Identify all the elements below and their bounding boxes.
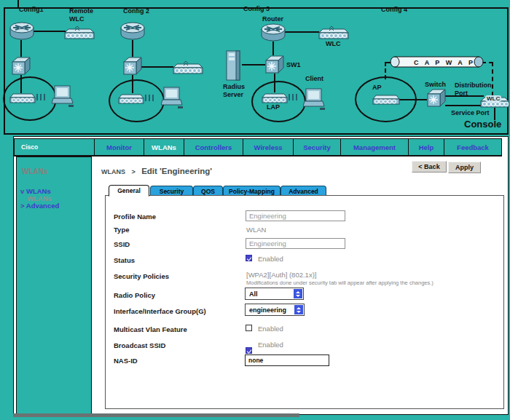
wlc-web-ui: Cisco Monitor WLANs Controllers Wireless… bbox=[13, 136, 509, 415]
tab-policy-mapping[interactable]: Policy-Mapping bbox=[223, 186, 280, 196]
link-line bbox=[141, 66, 173, 68]
wlc4-label: WLC bbox=[485, 95, 501, 102]
breadcrumb-section: WLANS bbox=[101, 168, 125, 175]
ssid-input[interactable]: Engineering bbox=[246, 238, 345, 249]
service-port-line bbox=[445, 105, 482, 106]
security-policies-note: Modifications done under security tab wi… bbox=[246, 280, 434, 286]
radius-server-label: Radius Server bbox=[223, 83, 245, 99]
ssid-label: SSID bbox=[114, 240, 130, 248]
console-label: Console bbox=[464, 119, 501, 130]
link-line bbox=[20, 40, 22, 57]
client-laptop-icon[interactable] bbox=[303, 88, 326, 111]
nav-management[interactable]: Management bbox=[341, 139, 409, 155]
config2-label: Config 2 bbox=[123, 7, 149, 15]
multicast-vlan-label: Multicast Vlan Feature bbox=[114, 325, 187, 333]
wireless-signal bbox=[145, 95, 156, 101]
broadcast-ssid-checkbox[interactable] bbox=[246, 347, 252, 354]
wlc-icon[interactable] bbox=[173, 61, 203, 74]
nav-wireless[interactable]: Wireless bbox=[243, 139, 294, 155]
capwap-label: C A P W A P bbox=[414, 59, 475, 66]
wlc-icon[interactable] bbox=[64, 26, 95, 39]
switch-icon[interactable] bbox=[11, 56, 31, 76]
screen: { "topology": { "config1": "Config1", "r… bbox=[0, 0, 510, 420]
access-point-icon[interactable] bbox=[9, 92, 36, 103]
client-label: Client bbox=[305, 75, 323, 83]
config3-label: Config 3 bbox=[243, 5, 270, 13]
type-label: Type bbox=[114, 226, 129, 234]
radius-server-icon[interactable] bbox=[224, 50, 243, 82]
radio-policy-label: Radio Policy bbox=[114, 291, 155, 299]
status-checkbox[interactable] bbox=[246, 255, 252, 261]
security-policies-label: Security Policies bbox=[114, 272, 169, 280]
router-icon[interactable] bbox=[9, 21, 35, 41]
status-enabled-text: Enabled bbox=[258, 255, 283, 263]
lap-icon[interactable] bbox=[262, 92, 288, 103]
security-policies-value: [WPA2][Auth] (802.1x)] bbox=[246, 271, 316, 279]
wlc-icon[interactable] bbox=[318, 26, 349, 39]
link-line bbox=[34, 31, 66, 32]
breadcrumb-separator: > bbox=[128, 168, 138, 175]
nas-id-input[interactable]: none bbox=[245, 354, 329, 366]
capwap-dashed-link bbox=[492, 62, 493, 96]
switch-icon[interactable] bbox=[122, 56, 142, 76]
select-stepper-icon bbox=[294, 289, 302, 298]
multicast-vlan-checkbox[interactable] bbox=[246, 325, 252, 331]
nav-help[interactable]: Help bbox=[409, 139, 444, 155]
select-stepper-icon bbox=[294, 305, 303, 314]
multicast-enabled-text: Enabled bbox=[258, 325, 283, 333]
config4-label: Config 4 bbox=[381, 6, 407, 14]
distribution-port-line bbox=[445, 95, 484, 97]
wireless-signal bbox=[289, 94, 299, 100]
link-line bbox=[285, 31, 319, 33]
ap-icon[interactable] bbox=[372, 93, 400, 105]
link-line bbox=[272, 41, 274, 55]
back-button[interactable]: < Back bbox=[412, 161, 447, 173]
nav-monitor[interactable]: Monitor bbox=[95, 139, 144, 155]
page-title: Edit 'Engineering' bbox=[141, 167, 212, 175]
breadcrumb: WLANS > Edit 'Engineering' bbox=[101, 164, 212, 177]
nav-wlans[interactable]: WLANs bbox=[144, 139, 184, 155]
link-line bbox=[132, 40, 133, 57]
nas-id-label: NAS-ID bbox=[114, 357, 138, 365]
config1-label: Config1 bbox=[19, 6, 44, 14]
router-icon[interactable] bbox=[119, 21, 146, 41]
switch-icon[interactable] bbox=[426, 88, 446, 108]
wlc3-label: WLC bbox=[326, 40, 341, 48]
tab-qos[interactable]: QOS bbox=[193, 186, 223, 196]
expand-caret-icon: v bbox=[20, 187, 24, 195]
nav-feedback[interactable]: Feedback bbox=[444, 139, 501, 155]
nav-security[interactable]: Security bbox=[294, 139, 341, 155]
interface-group-label: Interface/Interface Group(G) bbox=[114, 307, 206, 315]
router-icon[interactable] bbox=[260, 23, 286, 43]
general-tab-panel bbox=[105, 195, 504, 409]
top-nav: Cisco Monitor WLANs Controllers Wireless… bbox=[14, 138, 502, 156]
sidebar-item-advanced[interactable]: > Advanced bbox=[20, 202, 91, 210]
sw1-label: SW1 bbox=[286, 61, 301, 69]
switch-icon[interactable] bbox=[264, 55, 284, 74]
sidebar: WLANs v WLANs WLANs > Advanced bbox=[16, 156, 92, 414]
nav-controllers[interactable]: Controllers bbox=[184, 139, 243, 155]
status-label: Status bbox=[114, 256, 135, 264]
console-line bbox=[494, 108, 495, 120]
tab-general[interactable]: General bbox=[109, 185, 149, 197]
profile-name-input[interactable]: Engineering bbox=[246, 210, 345, 221]
profile-name-label: Profile Name bbox=[114, 213, 156, 221]
broadcast-ssid-label: Broadcast SSID bbox=[114, 341, 165, 349]
laptop-icon[interactable] bbox=[161, 87, 184, 110]
tab-advanced[interactable]: Advanced bbox=[280, 186, 326, 196]
broadcast-enabled-text: Enabled bbox=[258, 341, 283, 349]
collapsed-caret-icon: > bbox=[20, 202, 25, 210]
access-point-icon[interactable] bbox=[118, 92, 144, 104]
horizontal-scrollbar[interactable] bbox=[13, 413, 299, 417]
tab-security[interactable]: Security bbox=[150, 186, 193, 196]
sidebar-title: WLANs bbox=[22, 167, 91, 175]
wireless-signal bbox=[36, 94, 47, 100]
remote-wlc-label: Remote WLC bbox=[69, 7, 93, 23]
laptop-icon[interactable] bbox=[52, 85, 74, 108]
apply-button[interactable]: Apply bbox=[448, 162, 481, 173]
cisco-logo: Cisco bbox=[15, 139, 95, 155]
type-value: WLAN bbox=[246, 226, 266, 234]
link-line bbox=[242, 64, 265, 66]
interface-group-select[interactable]: engineering bbox=[245, 304, 305, 316]
radio-policy-select[interactable]: All bbox=[245, 288, 304, 300]
